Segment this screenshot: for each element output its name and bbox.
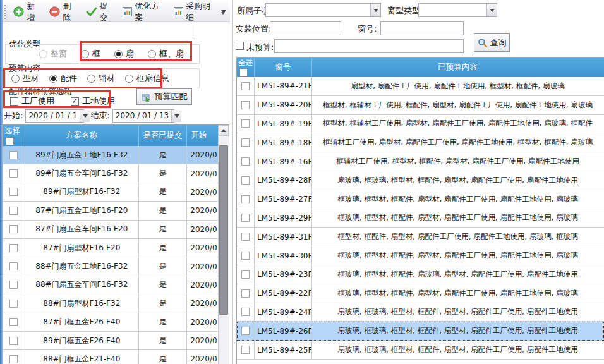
row-checkbox[interactable] — [9, 300, 18, 308]
budget-match-button[interactable]: 预算匹配 — [136, 88, 192, 105]
toolbar-grip[interactable] — [4, 5, 6, 19]
window-type-combo[interactable] — [418, 3, 497, 17]
plan-row[interactable]: 87#门框五金F26-F40是2020/0 — [3, 313, 229, 332]
checkbox-site-use[interactable]: 工地使用 — [71, 95, 115, 107]
row-checkbox[interactable] — [9, 244, 18, 252]
budget-row[interactable]: LM5L-89#-30F28框玻璃, 框型材, 框配件, 扇型材, 扇配件工厂使… — [237, 246, 604, 265]
add-button[interactable]: 新增 — [9, 0, 45, 25]
unbudgeted-input[interactable] — [274, 39, 464, 53]
row-checkbox[interactable] — [9, 169, 18, 178]
header-submitted[interactable]: 是否已提交 — [139, 125, 188, 146]
radio-sash[interactable]: 扇 — [114, 48, 134, 59]
report-chart-icon — [123, 7, 132, 16]
plan-row[interactable]: 89#门框五金F26-F40是2020/0 — [3, 332, 229, 350]
budget-row[interactable]: LM5L-89#-24F22扇玻璃, 框玻璃, 框型材, 框配件, 扇型材, 扇… — [237, 303, 604, 322]
submit-button[interactable]: 提交 — [82, 0, 119, 25]
select-all-checkbox[interactable] — [6, 137, 14, 145]
row-checkbox[interactable] — [241, 157, 250, 166]
row-checkbox[interactable] — [9, 262, 18, 270]
row-checkbox[interactable] — [241, 346, 250, 354]
query-button[interactable]: 查询 — [474, 33, 510, 52]
window-no-cell: LM5L-89#-29F27 — [255, 209, 312, 228]
window-no-input[interactable] — [380, 21, 464, 35]
radio-accessory[interactable]: 配件 — [49, 73, 77, 84]
chevron-down-icon[interactable] — [80, 110, 90, 122]
budget-content-radios: 型材 配件 辅材 框扇信息 — [11, 73, 169, 84]
row-select-cell — [3, 294, 25, 312]
header-budgeted-content[interactable]: 已预算内容 — [312, 58, 603, 77]
budget-row[interactable]: LM5L-89#-29F27框玻璃, 框型材, 框配件, 扇型材, 扇配件工厂使… — [237, 209, 604, 228]
row-checkbox[interactable] — [9, 151, 18, 159]
row-checkbox[interactable] — [241, 270, 250, 279]
radio-frame[interactable]: 框 — [81, 48, 100, 59]
optimize-plan-button[interactable]: 优化方案 — [119, 0, 170, 25]
budget-row[interactable]: LM5L-89#-18F16框辅材工厂使用, 扇型材, 扇配件工厂使用, 扇配件… — [237, 133, 604, 152]
radio-profile[interactable]: 型材 — [11, 73, 39, 84]
budget-row[interactable]: LM5L-89#-26F24扇玻璃, 框玻璃, 框型材, 框配件, 扇型材, 扇… — [237, 322, 604, 341]
radio-frame-sash[interactable]: 框、扇 — [148, 48, 184, 59]
scrollbar-thumb[interactable] — [219, 145, 228, 315]
row-checkbox[interactable] — [241, 138, 250, 147]
row-checkbox[interactable] — [241, 82, 250, 90]
plan-row[interactable]: 89#门扇五金车间F16-F32是2020/0 — [3, 164, 229, 183]
install-position-input[interactable] — [270, 21, 341, 35]
header-window-no[interactable]: 窗号 — [255, 58, 312, 77]
row-checkbox[interactable] — [9, 225, 18, 233]
row-checkbox[interactable] — [9, 337, 18, 345]
plan-table-scrollbar[interactable] — [218, 125, 229, 364]
unbudgeted-checkbox[interactable] — [236, 42, 244, 50]
plan-row[interactable]: 88#门扇型材F16-F32是2020/0 — [3, 294, 229, 313]
sub-item-combo[interactable] — [265, 3, 381, 17]
row-checkbox[interactable] — [241, 289, 250, 298]
start-date-picker[interactable]: 2020 / 01 / 1 — [25, 109, 84, 123]
row-checkbox[interactable] — [241, 233, 250, 241]
row-checkbox[interactable] — [241, 195, 250, 203]
budget-row[interactable]: LM5L-89#-22F20框玻璃, 框型材, 框配件, 扇型材, 扇配件工厂使… — [237, 284, 604, 303]
radio-whole-window[interactable]: 整窗 — [39, 48, 67, 59]
budget-row[interactable]: LM5L-89#-23F21框玻璃, 框型材, 框配件, 扇玻璃, 扇型材, 扇… — [237, 265, 604, 284]
radio-frame-sash-info[interactable]: 框扇信息 — [125, 73, 169, 84]
checkbox-factory-use[interactable]: 工厂使用 — [10, 95, 54, 107]
select-all-checkbox[interactable] — [239, 68, 248, 76]
budget-row[interactable]: LM5L-89#-19F17框型材, 框辅材工厂使用, 扇型材, 扇配件工厂使用… — [237, 115, 604, 134]
plan-row[interactable]: 88#门框五金F21-F40是2020/0 — [3, 350, 229, 364]
budget-row[interactable]: LM5L-89#-31F29框型材, 框配件, 扇型材, 扇配件工厂使用, 扇配… — [237, 228, 604, 246]
budget-row[interactable]: LM5L-89#-25F23扇玻璃, 框玻璃, 框型材, 框配件, 扇型材, 扇… — [237, 341, 604, 360]
chevron-down-icon[interactable] — [486, 4, 497, 16]
budget-row[interactable]: LM5L-89#-27F25框玻璃, 框型材, 框配件, 扇型材, 扇配件工厂使… — [237, 190, 604, 209]
plan-row[interactable]: 87#门扇五金工地F16-F20是2020/0 — [3, 202, 229, 220]
plan-row[interactable]: 87#门扇型材F16-F20是2020/0 — [3, 239, 229, 257]
chevron-down-icon[interactable] — [171, 110, 181, 122]
plan-row[interactable]: 88#门扇五金工地F16-F32是2020/0 — [3, 257, 229, 276]
row-checkbox[interactable] — [9, 207, 18, 215]
header-plan-name[interactable]: 方案名称 — [25, 125, 139, 146]
plan-row[interactable]: 89#门扇五金工地F16-F32是2020/0 — [3, 146, 229, 164]
row-checkbox[interactable] — [241, 214, 250, 222]
row-checkbox[interactable] — [241, 176, 250, 185]
delete-button[interactable]: 删除 — [45, 0, 82, 25]
plan-row[interactable]: 87#门扇五金车间F16-F20是2020/0 — [3, 221, 229, 239]
budget-row[interactable]: LM5L-89#-20F18框型材, 框辅材工厂使用, 框配件, 扇型材, 扇配… — [237, 96, 604, 115]
row-checkbox[interactable] — [9, 281, 18, 289]
row-checkbox[interactable] — [9, 355, 18, 363]
row-checkbox[interactable] — [241, 308, 250, 316]
plan-row[interactable]: 88#门扇五金车间F16-F32是2020/0 — [3, 276, 229, 294]
chevron-down-icon[interactable] — [370, 4, 380, 16]
budget-row[interactable]: LM5L-89#-28F26扇玻璃, 框玻璃, 框型材, 框配件, 扇型材, 扇… — [237, 171, 604, 190]
window-no-cell: LM5L-89#-16F15 — [255, 152, 312, 171]
budget-row[interactable]: LM5L-89#-21F19扇型材, 扇配件工厂使用, 扇配件工地使用, 框型材… — [237, 77, 604, 96]
budget-row[interactable]: LM5L-89#-16F15框辅材工厂使用, 框型材, 框配件, 扇型材, 扇配… — [237, 152, 604, 171]
scroll-up-button[interactable] — [219, 125, 229, 136]
plan-filter-input[interactable] — [8, 25, 195, 39]
row-checkbox[interactable] — [241, 119, 250, 128]
row-checkbox[interactable] — [9, 188, 18, 196]
radio-auxiliary[interactable]: 辅材 — [87, 73, 115, 84]
row-checkbox[interactable] — [241, 327, 250, 335]
row-checkbox[interactable] — [241, 101, 250, 109]
submitted-cell: 是 — [139, 183, 188, 201]
row-checkbox[interactable] — [241, 252, 250, 260]
end-date-picker[interactable]: 2020 / 01 / 13 — [112, 109, 174, 123]
row-checkbox[interactable] — [9, 318, 18, 326]
toolbar-overflow-button[interactable] — [219, 7, 227, 18]
plan-row[interactable]: 89#门扇型材F16-F32是2020/0 — [3, 183, 229, 202]
